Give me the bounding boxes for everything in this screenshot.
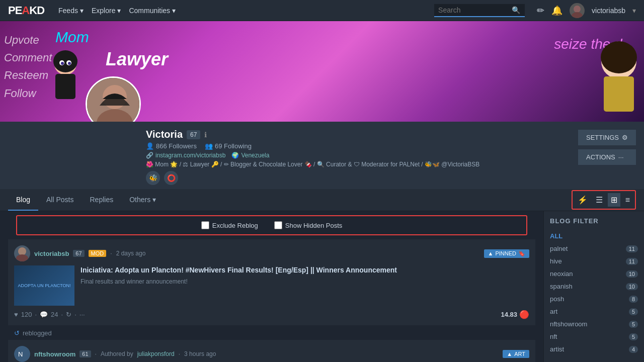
reblog-icon[interactable]: ↻ bbox=[66, 311, 71, 318]
following-icon: 👥 bbox=[205, 142, 213, 150]
filter-item-hive[interactable]: hive 11 bbox=[550, 255, 638, 267]
main-content: Exclude Reblog Show Hidden Posts victori… bbox=[0, 211, 644, 362]
location-link[interactable]: 🌍 Venezuela bbox=[231, 152, 269, 159]
filter-item-artist[interactable]: artist 4 bbox=[550, 343, 638, 355]
post-excerpt: Final results and winner announcement! bbox=[80, 278, 529, 286]
reblog-spinner-icon: ↺ bbox=[14, 329, 20, 337]
art-arrow-icon: ▲ bbox=[507, 351, 512, 357]
authored-by: Authored by bbox=[101, 350, 133, 357]
list-item: ↺ reblogged bbox=[8, 326, 535, 340]
logo-text: PEAKD bbox=[8, 4, 44, 17]
communities-menu[interactable]: Communities ▾ bbox=[129, 7, 176, 15]
profile-avatar-large bbox=[86, 76, 141, 122]
hive-icon: 🔴 bbox=[519, 310, 529, 319]
view-controls: ⚡ ☰ ⊞ ≡ bbox=[572, 190, 636, 210]
navbar: PEAKD Feeds ▾ Explore ▾ Communities ▾ 🔍 … bbox=[0, 0, 644, 21]
banner: Upvote Comment Resteem Follow Mom Lawyer… bbox=[0, 21, 644, 122]
svg-point-16 bbox=[16, 254, 28, 261]
pencil-icon[interactable]: ✏ bbox=[537, 5, 544, 16]
bell-icon[interactable]: 🔔 bbox=[551, 5, 562, 16]
svg-rect-13 bbox=[604, 76, 634, 112]
compact-view-button[interactable]: ≡ bbox=[622, 194, 633, 207]
info-icon[interactable]: ℹ bbox=[204, 131, 207, 139]
post-header: victoriabsb 67 MOD · 2 days ago ▲ PINNED… bbox=[14, 245, 529, 261]
username-nav[interactable]: victoriabsb bbox=[592, 7, 625, 15]
list-view-button[interactable]: ☰ bbox=[593, 193, 606, 207]
show-hidden-label[interactable]: Show Hidden Posts bbox=[274, 221, 342, 229]
svg-point-14 bbox=[601, 41, 637, 73]
comment-icon[interactable]: 💬 bbox=[40, 311, 48, 318]
filter-item-nft[interactable]: nft 5 bbox=[550, 330, 638, 343]
comments-count: 24 bbox=[51, 311, 58, 318]
filter-item-posh[interactable]: posh 8 bbox=[550, 293, 638, 305]
feeds-menu[interactable]: Feeds ▾ bbox=[58, 7, 84, 15]
svg-point-1 bbox=[572, 12, 583, 18]
gear-icon: ⚙ bbox=[622, 134, 628, 141]
tab-replies[interactable]: Replies bbox=[82, 190, 122, 211]
filter-item-nftshowroom[interactable]: nftshowroom 5 bbox=[550, 318, 638, 330]
actions-button[interactable]: ACTIONS ··· bbox=[578, 149, 636, 165]
bookmark-icon: 🔖 bbox=[518, 250, 525, 257]
post-username[interactable]: victoriabsb bbox=[34, 250, 69, 257]
filter-item-art[interactable]: art 5 bbox=[550, 305, 638, 318]
like-icon[interactable]: ♥ bbox=[14, 311, 18, 318]
profile-section: Victoria 67 ℹ 👤 866 Followers 👥 69 Follo… bbox=[0, 122, 644, 189]
tabs-bar: Blog All Posts Replies Others ▾ ⚡ ☰ ⊞ ≡ bbox=[0, 189, 644, 211]
logo[interactable]: PEAKD bbox=[8, 4, 44, 17]
table-row: N nftshowroom 61 · Authored by juliakpon… bbox=[8, 340, 535, 362]
instagram-link[interactable]: 🔗 instagram.com/victoriabsb bbox=[146, 152, 225, 159]
payout-value: 14.83 bbox=[501, 311, 517, 318]
svg-point-15 bbox=[18, 247, 26, 255]
settings-button[interactable]: SETTINGS ⚙ bbox=[578, 130, 636, 145]
search-icon[interactable]: 🔍 bbox=[512, 6, 520, 14]
filter-item-all[interactable]: ALL bbox=[550, 230, 638, 242]
profile-stats: 👤 866 Followers 👥 69 Following bbox=[146, 142, 636, 150]
banner-anime-left bbox=[43, 49, 88, 111]
search-input[interactable] bbox=[438, 6, 509, 14]
show-hidden-checkbox[interactable] bbox=[274, 221, 282, 229]
filter-item-neoxian[interactable]: neoxian 10 bbox=[550, 267, 638, 280]
level-badge: 67 bbox=[187, 130, 200, 139]
filter-item-spanish[interactable]: spanish 10 bbox=[550, 280, 638, 293]
avatar[interactable] bbox=[570, 3, 585, 18]
badge-other[interactable]: ⭕ bbox=[164, 171, 178, 185]
pin-icon: ▲ bbox=[488, 250, 494, 256]
post-avatar-2: N bbox=[14, 346, 30, 362]
blog-filter-title: BLOG FILTER bbox=[550, 217, 638, 225]
search-bar: 🔍 bbox=[434, 4, 525, 17]
post-dot: · bbox=[110, 250, 112, 257]
post-payout: 14.83 🔴 bbox=[501, 310, 529, 319]
post-author[interactable]: juliakponsford bbox=[137, 350, 175, 357]
svg-text:N: N bbox=[18, 350, 23, 358]
link-icon: 🔗 bbox=[146, 152, 153, 159]
profile-badges: 🐝 ⭕ bbox=[146, 171, 636, 185]
filter-item-palnet[interactable]: palnet 11 bbox=[550, 242, 638, 255]
banner-lawyer-text: Lawyer bbox=[106, 49, 168, 70]
svg-point-0 bbox=[574, 6, 581, 13]
filter-button[interactable]: ⚡ bbox=[575, 193, 591, 207]
banner-mom-text: Mom bbox=[55, 29, 89, 46]
explore-menu[interactable]: Explore ▾ bbox=[92, 7, 121, 15]
post-title[interactable]: Iniciativa: Adopta un Plancton! #NewHive… bbox=[80, 265, 529, 276]
grid-view-button[interactable]: ⊞ bbox=[608, 193, 620, 207]
more-icon[interactable]: ··· bbox=[79, 311, 85, 318]
profile-bio: 🌺 Mom 🌟 / ⚖ Lawyer 🔑 / ✏ Blogger & Choco… bbox=[146, 161, 636, 168]
following-stat[interactable]: 👥 69 Following bbox=[205, 142, 252, 150]
svg-point-4 bbox=[53, 50, 77, 72]
exclude-reblog-checkbox[interactable] bbox=[201, 221, 209, 229]
tab-blog[interactable]: Blog bbox=[8, 190, 38, 211]
post-level-badge: 67 bbox=[73, 250, 84, 257]
followers-stat[interactable]: 👤 866 Followers bbox=[146, 142, 197, 150]
likes-count: 120 bbox=[21, 311, 32, 318]
profile-name-row: Victoria 67 ℹ bbox=[146, 129, 636, 140]
post-actions: ♥ 120 · 💬 24 · ↻ · ··· 14.83 🔴 bbox=[14, 310, 529, 319]
post-mod-badge: MOD bbox=[89, 250, 107, 257]
pinned-badge: ▲ PINNED 🔖 bbox=[484, 249, 529, 258]
post-header-2: N nftshowroom 61 · Authored by juliakpon… bbox=[14, 346, 529, 362]
post-username-2[interactable]: nftshowroom bbox=[34, 350, 75, 358]
badge-hive[interactable]: 🐝 bbox=[146, 171, 160, 185]
svg-rect-3 bbox=[55, 74, 75, 99]
tab-others[interactable]: Others ▾ bbox=[121, 190, 164, 211]
exclude-reblog-label[interactable]: Exclude Reblog bbox=[201, 221, 258, 229]
tab-all-posts[interactable]: All Posts bbox=[38, 190, 82, 211]
